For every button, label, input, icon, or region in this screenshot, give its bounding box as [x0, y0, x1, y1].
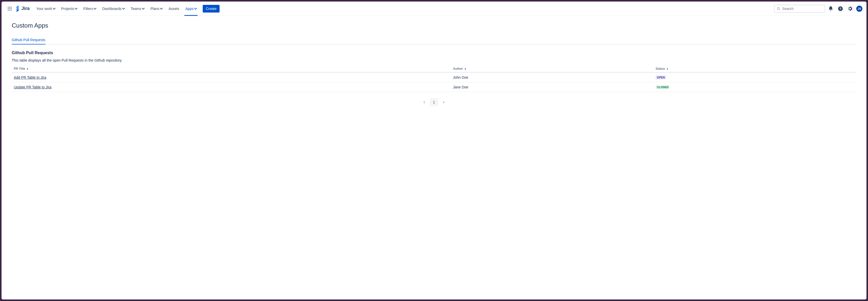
notifications-icon[interactable]: [827, 5, 835, 13]
author-cell: John Doe: [451, 72, 654, 82]
next-page-button[interactable]: [440, 98, 448, 106]
main-content: Custom Apps Github Pull Requests Github …: [2, 16, 866, 113]
section-description: This table displays all the open Pull Re…: [12, 58, 856, 62]
search-input[interactable]: [782, 7, 823, 11]
nav-item-label: Teams: [131, 7, 141, 11]
nav-item-label: Filters: [83, 7, 93, 11]
chevron-down-icon: [94, 7, 96, 9]
pagination: 1: [12, 98, 856, 106]
app-switcher-icon[interactable]: [6, 5, 14, 13]
help-icon[interactable]: ?: [836, 5, 844, 13]
settings-icon[interactable]: [846, 5, 854, 13]
svg-point-5: [11, 8, 11, 9]
nav-item-label: Dashboards: [102, 7, 122, 11]
primary-nav: Your workProjectsFiltersDashboardsTeamsP…: [34, 5, 199, 12]
pr-title-link[interactable]: Update PR Table to Jira: [14, 85, 52, 89]
nav-your-work[interactable]: Your work: [34, 5, 58, 12]
nav-apps[interactable]: Apps: [183, 5, 199, 12]
search-icon: [777, 7, 780, 11]
svg-point-3: [8, 8, 9, 9]
column-header-pr-title[interactable]: PR Title ▲▼: [12, 65, 451, 72]
svg-text:?: ?: [839, 7, 841, 10]
chevron-down-icon: [160, 7, 163, 9]
svg-point-7: [9, 10, 10, 10]
nav-filters[interactable]: Filters: [81, 5, 98, 12]
table-row: Add PR Table to JiraJohn DoeOPEN: [12, 72, 856, 82]
jira-icon: [15, 6, 21, 11]
page-1-button[interactable]: 1: [430, 98, 438, 106]
prev-page-button[interactable]: [420, 98, 428, 106]
svg-point-2: [11, 7, 11, 7]
nav-item-label: Plans: [150, 7, 159, 11]
nav-item-label: Projects: [61, 7, 74, 11]
top-navigation: Jira Your workProjectsFiltersDashboardsT…: [2, 2, 866, 16]
svg-line-10: [779, 9, 780, 10]
section-title: Github Pull Requests: [12, 51, 856, 55]
tab-github-pull-requests[interactable]: Github Pull Requests: [12, 36, 45, 44]
svg-point-1: [9, 7, 10, 7]
sort-icon: ▲▼: [666, 68, 669, 70]
chevron-down-icon: [75, 7, 78, 9]
chevron-down-icon: [53, 7, 55, 9]
svg-point-8: [11, 10, 11, 10]
jira-logo[interactable]: Jira: [15, 6, 30, 11]
nav-plans[interactable]: Plans: [148, 5, 165, 12]
status-badge: CLOSED: [656, 85, 670, 89]
product-name: Jira: [22, 6, 30, 11]
nav-item-label: Your work: [36, 7, 52, 11]
svg-point-0: [8, 7, 9, 7]
create-button[interactable]: Create: [203, 5, 220, 12]
status-badge: OPEN: [656, 76, 666, 80]
pr-table: PR Title ▲▼Author ▲▼Status ▲▼ Add PR Tab…: [12, 65, 856, 92]
column-header-author[interactable]: Author ▲▼: [451, 65, 654, 72]
nav-assets[interactable]: Assets: [166, 5, 182, 12]
page-title: Custom Apps: [12, 22, 856, 29]
search-input-wrapper[interactable]: [774, 5, 825, 13]
nav-teams[interactable]: Teams: [128, 5, 147, 12]
author-cell: Jane Doe: [451, 82, 654, 92]
svg-point-9: [777, 7, 779, 9]
chevron-down-icon: [122, 7, 125, 9]
nav-item-label: Apps: [185, 7, 193, 11]
chevron-right-icon: [442, 101, 445, 103]
chevron-down-icon: [194, 7, 197, 9]
nav-item-label: Assets: [168, 7, 179, 11]
sort-icon: ▲▼: [27, 68, 29, 70]
chevron-left-icon: [423, 101, 426, 103]
column-header-status[interactable]: Status ▲▼: [654, 65, 856, 72]
avatar[interactable]: JS: [856, 6, 862, 12]
pr-title-link[interactable]: Add PR Table to Jira: [14, 76, 46, 80]
tab-bar: Github Pull Requests: [12, 36, 856, 44]
nav-projects[interactable]: Projects: [59, 5, 80, 12]
sort-icon: ▲▼: [464, 68, 466, 70]
nav-dashboards[interactable]: Dashboards: [99, 5, 127, 12]
chevron-down-icon: [142, 7, 145, 9]
svg-point-6: [8, 10, 9, 10]
table-row: Update PR Table to JiraJane DoeCLOSED: [12, 82, 856, 92]
svg-point-4: [9, 8, 10, 9]
